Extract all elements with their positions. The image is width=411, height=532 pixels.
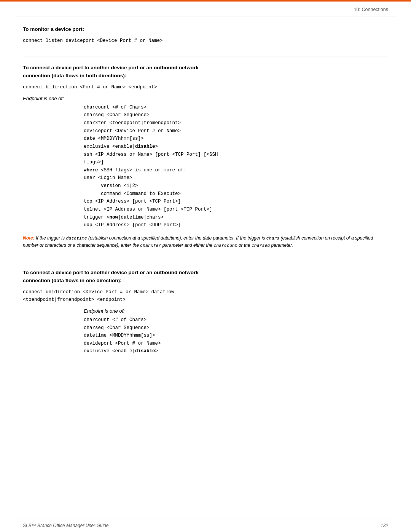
monitor-command: connect listen deviceport <Device Port #… [23, 37, 388, 45]
endpoint-label-2: Endpoint is one of: [23, 308, 388, 314]
endpoint-list-1: charcount <# of Chars> charseq <Char Seq… [23, 104, 388, 229]
page-footer: SLB™ Branch Office Manager User Guide 13… [0, 519, 411, 532]
section-unidirection: To connect a device port to another devi… [23, 269, 388, 362]
page-header: 10: Connections [0, 0, 411, 16]
endpoint-list-2: charcount <# of Chars> charseq <Char Seq… [23, 316, 388, 355]
section-monitor: To monitor a device port: connect listen… [23, 26, 388, 56]
note-block-1: Note: If the trigger is datetime (establ… [23, 235, 388, 249]
bidirection-command: connect bidirection <Port # or Name> <en… [23, 83, 388, 91]
endpoint-label-1: Endpoint is one of: [23, 96, 388, 101]
section-bidirection: To connect a device port to another devi… [23, 64, 388, 261]
section-unidirection-title: To connect a device port to another devi… [23, 269, 388, 284]
footer-title: SLB™ Branch Office Manager User Guide [23, 523, 108, 528]
section-bidirection-title: To connect a device port to another devi… [23, 64, 388, 80]
chapter-title: 10: Connections [354, 7, 388, 12]
main-content: To monitor a device port: connect listen… [0, 16, 411, 385]
section-monitor-title: To monitor a device port: [23, 26, 388, 33]
footer-page: 132 [381, 523, 388, 528]
page-container: 10: Connections To monitor a device port… [0, 0, 411, 532]
unidirection-command: connect unidirection <Device Port # or N… [23, 288, 388, 304]
footer-content: SLB™ Branch Office Manager User Guide 13… [0, 519, 411, 532]
top-bar-accent [0, 0, 411, 2]
